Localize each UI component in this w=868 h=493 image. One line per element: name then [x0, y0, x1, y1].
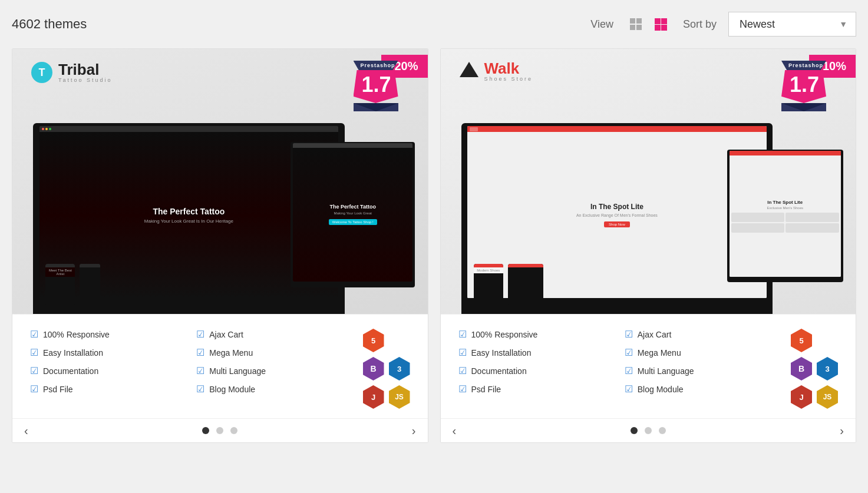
walk-brand: Walk Shoes Store — [458, 61, 533, 82]
tribal-dot-2[interactable] — [216, 427, 223, 434]
check-icon: ☑ — [625, 329, 633, 340]
feature-psd: ☑ Psd File — [30, 383, 196, 395]
feature-ajax: ☑ Ajax Cart — [196, 329, 362, 340]
tribal-dot-1[interactable] — [202, 427, 209, 434]
sort-select[interactable]: Newest Oldest Price: Low to High Price: … — [729, 12, 856, 36]
svg-rect-5 — [661, 18, 667, 24]
check-icon: ☑ — [458, 347, 467, 358]
walk-next-button[interactable]: › — [834, 422, 850, 440]
feature-responsive: ☑ 100% Responsive — [458, 329, 625, 340]
tribal-features: ☑ 100% Responsive ☑ Easy Installation ☑ … — [12, 314, 428, 418]
walk-ps-badge: Prestashop 1.7 — [781, 61, 826, 111]
walk-features-col2: ☑ Ajax Cart ☑ Mega Menu ☑ Multi Language… — [625, 329, 791, 409]
css3-icon: 3 — [389, 357, 410, 380]
walk-features-col1: ☑ 100% Responsive ☑ Easy Installation ☑ … — [458, 329, 625, 409]
check-icon: ☑ — [196, 347, 204, 358]
feature-megamenu: ☑ Mega Menu — [196, 347, 362, 358]
sort-select-wrapper[interactable]: Newest Oldest Price: Low to High Price: … — [728, 12, 856, 37]
tribal-ps-badge: Prestashop 1.7 — [354, 61, 398, 111]
tribal-tech-icons: 5 B 3 J JS — [363, 329, 410, 409]
feature-documentation: ☑ Documentation — [458, 365, 625, 376]
tribal-next-button[interactable]: › — [406, 422, 422, 440]
check-icon: ☑ — [625, 347, 633, 358]
tribal-dot-3[interactable] — [230, 427, 237, 434]
feature-installation: ☑ Easy Installation — [458, 347, 625, 358]
check-icon: ☑ — [625, 383, 633, 395]
feature-responsive: ☑ 100% Responsive — [30, 329, 196, 340]
jquery-icon: J — [791, 385, 812, 409]
view-label: View — [590, 18, 613, 31]
svg-rect-0 — [630, 18, 635, 24]
check-icon: ☑ — [30, 383, 38, 395]
walk-tech-icons: 5 B 3 J JS — [791, 329, 838, 409]
feature-ajax: ☑ Ajax Cart — [625, 329, 791, 340]
tribal-features-col1: ☑ 100% Responsive ☑ Easy Installation ☑ … — [30, 329, 196, 409]
check-icon: ☑ — [625, 365, 633, 376]
check-icon: ☑ — [458, 365, 467, 376]
svg-text:T: T — [39, 67, 45, 78]
feature-blog: ☑ Blog Module — [625, 383, 791, 395]
sort-label: Sort by — [683, 18, 717, 31]
check-icon: ☑ — [458, 383, 467, 395]
feature-multilang: ☑ Multi Language — [196, 365, 362, 376]
grid-view-button[interactable] — [625, 14, 646, 35]
theme-card-walk: -10% Prestashop 1.7 Walk Shoes Store — [440, 48, 857, 443]
css3-icon: 3 — [817, 357, 838, 380]
svg-rect-6 — [655, 25, 661, 31]
bootstrap-icon: B — [363, 357, 384, 380]
check-icon: ☑ — [196, 329, 204, 340]
svg-rect-1 — [636, 18, 642, 24]
feature-documentation: ☑ Documentation — [30, 365, 196, 376]
html5-icon: 5 — [363, 329, 384, 352]
themes-count: 4602 themes — [12, 16, 87, 32]
tribal-brand: T Tribal Tattoo Studio — [30, 61, 113, 84]
walk-preview[interactable]: -10% Prestashop 1.7 Walk Shoes Store — [441, 49, 856, 314]
check-icon: ☑ — [30, 347, 38, 358]
bootstrap-icon: B — [791, 357, 812, 380]
walk-prev-button[interactable]: ‹ — [447, 422, 463, 440]
tribal-features-col2: ☑ Ajax Cart ☑ Mega Menu ☑ Multi Language… — [196, 329, 362, 409]
feature-multilang: ☑ Multi Language — [625, 365, 791, 376]
svg-rect-4 — [655, 18, 661, 24]
tribal-prev-button[interactable]: ‹ — [18, 422, 34, 440]
theme-card-tribal: -20% Prestashop 1.7 T Tribal Tattoo Stu — [12, 48, 428, 443]
check-icon: ☑ — [30, 365, 38, 376]
check-icon: ☑ — [196, 383, 204, 395]
js-icon: JS — [817, 385, 838, 409]
html5-icon: 5 — [791, 329, 812, 352]
feature-blog: ☑ Blog Module — [196, 383, 362, 395]
list-view-button[interactable] — [650, 14, 671, 35]
feature-psd: ☑ Psd File — [458, 383, 625, 395]
feature-megamenu: ☑ Mega Menu — [625, 347, 791, 358]
check-icon: ☑ — [196, 365, 204, 376]
feature-installation: ☑ Easy Installation — [30, 347, 196, 358]
walk-dot-3[interactable] — [659, 427, 666, 434]
js-icon: JS — [389, 385, 410, 409]
tribal-pagination: ‹ › — [12, 418, 428, 442]
themes-grid: -20% Prestashop 1.7 T Tribal Tattoo Stu — [12, 48, 856, 443]
walk-features: ☑ 100% Responsive ☑ Easy Installation ☑ … — [441, 314, 856, 418]
svg-marker-10 — [460, 62, 478, 77]
tribal-preview[interactable]: -20% Prestashop 1.7 T Tribal Tattoo Stu — [12, 49, 428, 314]
walk-dot-2[interactable] — [645, 427, 652, 434]
walk-pagination: ‹ › — [441, 418, 856, 442]
check-icon: ☑ — [458, 329, 467, 340]
jquery-icon: J — [363, 385, 384, 409]
svg-rect-2 — [630, 25, 635, 30]
svg-rect-3 — [636, 25, 642, 30]
check-icon: ☑ — [30, 329, 38, 340]
walk-dot-1[interactable] — [631, 427, 638, 434]
svg-rect-7 — [661, 25, 667, 31]
